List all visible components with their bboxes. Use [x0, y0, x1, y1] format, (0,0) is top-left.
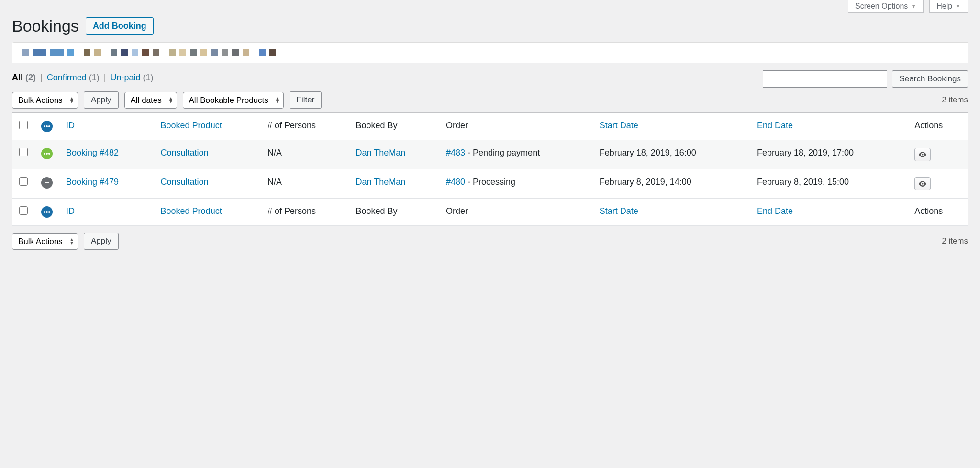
apply-bulk-button-bottom[interactable]: Apply	[84, 233, 119, 250]
status-pending-icon: •••	[41, 148, 53, 159]
view-action-button[interactable]	[914, 148, 931, 161]
search-bookings-button[interactable]: Search Bookings	[892, 70, 968, 88]
filter-unpaid[interactable]: Un-paid	[111, 73, 141, 82]
svg-point-1	[922, 183, 924, 184]
select-all-checkbox-foot[interactable]	[19, 206, 28, 215]
product-link[interactable]: Consultation	[161, 148, 209, 157]
persons-cell: N/A	[261, 169, 349, 199]
help-label: Help	[936, 2, 952, 11]
status-header-icon: •••	[41, 121, 53, 132]
col-start-date-foot[interactable]: Start Date	[600, 206, 638, 216]
bookings-table: ••• ID Booked Product # of Persons Booke…	[12, 112, 968, 226]
col-persons: # of Persons	[261, 113, 349, 140]
bulk-actions-select[interactable]: Bulk Actions	[12, 92, 78, 109]
product-link[interactable]: Consultation	[161, 177, 209, 187]
product-filter-select[interactable]: All Bookable Products	[183, 92, 284, 109]
filter-all[interactable]: All (2)	[12, 73, 36, 82]
page-title: Bookings	[12, 17, 79, 35]
col-persons-foot: # of Persons	[261, 199, 349, 226]
order-status-text: - Pending payment	[465, 148, 540, 157]
order-link[interactable]: #480	[446, 177, 465, 187]
persons-cell: N/A	[261, 140, 349, 169]
col-end-date-foot[interactable]: End Date	[757, 206, 793, 216]
table-row: •••Booking #482ConsultationN/ADan TheMan…	[12, 140, 968, 169]
items-count: 2 items	[942, 95, 968, 105]
select-all-checkbox[interactable]	[19, 121, 28, 129]
add-booking-button[interactable]: Add Booking	[86, 17, 154, 35]
eye-icon	[918, 152, 927, 157]
view-action-button[interactable]	[914, 177, 931, 190]
order-status-text: - Processing	[465, 177, 515, 187]
col-start-date[interactable]: Start Date	[600, 121, 638, 130]
booked-by-link[interactable]: Dan TheMan	[356, 177, 406, 187]
booking-id-link[interactable]: Booking #479	[66, 177, 119, 187]
screen-options-label: Screen Options	[855, 2, 908, 11]
col-product-foot[interactable]: Booked Product	[161, 206, 222, 216]
chevron-down-icon: ▼	[911, 3, 916, 10]
status-processing-icon: −	[41, 177, 53, 189]
booked-by-link[interactable]: Dan TheMan	[356, 148, 406, 157]
end-date-cell: February 8, 2019, 15:00	[750, 169, 908, 199]
help-tab[interactable]: Help ▼	[929, 0, 968, 13]
row-checkbox[interactable]	[19, 148, 28, 156]
start-date-cell: February 18, 2019, 16:00	[593, 140, 750, 169]
row-checkbox[interactable]	[19, 177, 28, 186]
col-actions-foot: Actions	[908, 199, 968, 226]
end-date-cell: February 18, 2019, 17:00	[750, 140, 908, 169]
table-row: −Booking #479ConsultationN/ADan TheMan#4…	[12, 169, 968, 199]
order-link[interactable]: #483	[446, 148, 465, 157]
col-product[interactable]: Booked Product	[161, 121, 222, 130]
col-id[interactable]: ID	[66, 121, 75, 130]
bulk-actions-select-bottom[interactable]: Bulk Actions	[12, 233, 78, 250]
col-actions: Actions	[908, 113, 968, 140]
col-booked-by-foot: Booked By	[349, 199, 439, 226]
col-order: Order	[439, 113, 593, 140]
status-footer-icon: •••	[41, 206, 53, 218]
col-booked-by: Booked By	[349, 113, 439, 140]
booking-id-link[interactable]: Booking #482	[66, 148, 119, 157]
items-count-bottom: 2 items	[942, 236, 968, 246]
col-order-foot: Order	[439, 199, 593, 226]
apply-bulk-button[interactable]: Apply	[84, 91, 119, 109]
search-input[interactable]	[763, 70, 887, 88]
filter-button[interactable]: Filter	[290, 91, 322, 109]
svg-point-0	[922, 154, 924, 155]
date-filter-select[interactable]: All dates	[124, 92, 177, 109]
start-date-cell: February 8, 2019, 14:00	[593, 169, 750, 199]
chevron-down-icon: ▼	[955, 3, 961, 10]
eye-icon	[918, 181, 927, 187]
col-id-foot[interactable]: ID	[66, 206, 75, 216]
screen-options-tab[interactable]: Screen Options ▼	[848, 0, 924, 13]
col-end-date[interactable]: End Date	[757, 121, 793, 130]
admin-notice	[12, 42, 968, 63]
filter-confirmed[interactable]: Confirmed	[47, 73, 87, 82]
